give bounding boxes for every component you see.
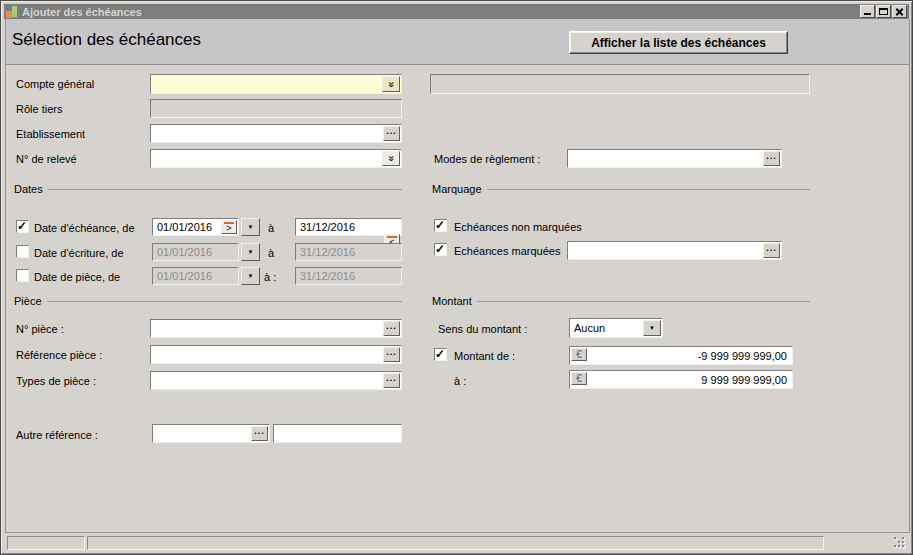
modes-reglement-browse-button[interactable]: ... bbox=[763, 151, 780, 166]
dropdown-icon: ▼ bbox=[248, 224, 254, 230]
date-piece-to-input bbox=[295, 267, 402, 285]
echeances-marquees-input[interactable] bbox=[567, 241, 782, 260]
types-piece-label: Types de pièce : bbox=[16, 375, 96, 387]
montant-group-label: Montant bbox=[432, 295, 472, 307]
status-cell-left bbox=[7, 536, 85, 550]
autre-reference-browse-button[interactable]: ... bbox=[251, 426, 268, 441]
role-tiers-input bbox=[150, 99, 402, 118]
date-ecriture-to-label: à bbox=[268, 247, 274, 259]
echeances-non-marquees-checkbox[interactable]: ✓ bbox=[434, 219, 447, 232]
etablissement-input[interactable] bbox=[150, 124, 402, 143]
sens-montant-label: Sens du montant : bbox=[438, 323, 527, 335]
montant-de-checkbox[interactable]: ✓ bbox=[434, 348, 447, 361]
reference-piece-label: Référence pièce : bbox=[16, 349, 102, 361]
date-ecriture-checkbox[interactable] bbox=[16, 245, 29, 258]
num-releve-dropdown-button[interactable]: » bbox=[382, 151, 400, 166]
num-piece-label: N° pièce : bbox=[16, 323, 64, 335]
modes-reglement-input[interactable] bbox=[567, 149, 782, 168]
double-chevron-down-icon: » bbox=[386, 81, 397, 87]
echeances-marquees-browse-button[interactable]: ... bbox=[763, 243, 780, 258]
date-echeance-from-dropdown[interactable]: ▼ bbox=[241, 218, 260, 236]
date-piece-to-label: à : bbox=[264, 271, 276, 283]
date-ecriture-to-input bbox=[295, 243, 402, 261]
marquage-group-header: Marquage bbox=[432, 183, 810, 195]
types-piece-input[interactable] bbox=[150, 371, 402, 390]
autre-reference-input-2[interactable] bbox=[273, 424, 402, 443]
piece-group-label: Pièce bbox=[14, 295, 42, 307]
role-tiers-label: Rôle tiers bbox=[16, 103, 62, 115]
date-echeance-label: Date d'échéance, de bbox=[34, 222, 135, 234]
check-icon: ✓ bbox=[435, 347, 445, 361]
dates-group-label: Dates bbox=[14, 183, 43, 195]
browse-icon: ... bbox=[386, 348, 397, 357]
date-echeance-checkbox[interactable]: ✓ bbox=[16, 220, 29, 233]
status-cell-main bbox=[87, 536, 824, 550]
etablissement-browse-button[interactable]: ... bbox=[383, 126, 400, 141]
compte-general-label: Compte général bbox=[16, 78, 94, 90]
group-rule bbox=[48, 189, 402, 190]
num-piece-browse-button[interactable]: ... bbox=[383, 321, 400, 336]
currency-euro-button[interactable]: € bbox=[571, 348, 587, 361]
dropdown-icon: ▼ bbox=[248, 273, 254, 279]
piece-group-header: Pièce bbox=[14, 295, 402, 307]
minimize-button[interactable] bbox=[860, 5, 875, 18]
num-piece-input[interactable] bbox=[150, 319, 402, 338]
date-echeance-to-label: à bbox=[268, 222, 274, 234]
num-releve-label: N° de relevé bbox=[16, 153, 77, 165]
montant-de-input[interactable] bbox=[569, 346, 793, 365]
autre-reference-label: Autre référence : bbox=[16, 429, 98, 441]
browse-icon: ... bbox=[386, 322, 397, 331]
date-piece-from-dropdown[interactable]: ▼ bbox=[241, 267, 260, 285]
sens-montant-dropdown-button[interactable]: ▼ bbox=[643, 320, 661, 336]
dropdown-icon: ▼ bbox=[248, 249, 254, 255]
date-piece-checkbox[interactable] bbox=[16, 269, 29, 282]
browse-icon: ... bbox=[386, 374, 397, 383]
browse-icon: ... bbox=[766, 152, 777, 161]
date-ecriture-from-dropdown[interactable]: ▼ bbox=[241, 243, 260, 261]
client-area: Sélection des échéances Afficher la list… bbox=[5, 19, 910, 533]
echeances-marquees-checkbox[interactable]: ✓ bbox=[434, 243, 447, 256]
group-rule bbox=[477, 301, 810, 302]
resize-grip[interactable] bbox=[894, 537, 907, 550]
close-button[interactable] bbox=[892, 5, 907, 18]
browse-icon: ... bbox=[386, 127, 397, 136]
sens-montant-select[interactable]: Aucun ▼ bbox=[569, 318, 663, 338]
date-piece-label: Date de pièce, de bbox=[34, 271, 120, 283]
marquage-group-label: Marquage bbox=[432, 183, 482, 195]
dropdown-icon: ▼ bbox=[649, 325, 655, 331]
modes-reglement-label: Modes de règlement : bbox=[434, 153, 540, 165]
group-rule bbox=[487, 189, 810, 190]
montant-a-input[interactable] bbox=[569, 370, 793, 389]
reference-piece-browse-button[interactable]: ... bbox=[383, 347, 400, 362]
next-icon: > bbox=[226, 224, 231, 233]
montant-group-header: Montant bbox=[432, 295, 810, 307]
check-icon: ✓ bbox=[435, 218, 445, 232]
dates-group-header: Dates bbox=[14, 183, 402, 195]
maximize-icon bbox=[879, 8, 888, 15]
double-chevron-down-icon: » bbox=[386, 155, 397, 161]
date-ecriture-from-input bbox=[152, 243, 239, 261]
group-rule bbox=[47, 301, 402, 302]
compte-general-dropdown-button[interactable]: » bbox=[382, 76, 400, 92]
date-ecriture-label: Date d'écriture, de bbox=[34, 247, 124, 259]
date-piece-from-input bbox=[152, 267, 239, 285]
browse-icon: ... bbox=[766, 244, 777, 253]
types-piece-browse-button[interactable]: ... bbox=[383, 373, 400, 388]
status-bar bbox=[5, 534, 908, 551]
window-controls bbox=[860, 5, 907, 18]
num-releve-input[interactable] bbox=[150, 149, 402, 168]
compte-general-info-field bbox=[430, 74, 810, 94]
currency-euro-button[interactable]: € bbox=[571, 372, 587, 385]
compte-general-input[interactable] bbox=[150, 74, 402, 94]
date-next-button[interactable]: > bbox=[221, 220, 237, 234]
show-list-button[interactable]: Afficher la liste des échéances bbox=[569, 31, 788, 54]
title-bar[interactable]: Ajouter des échéances bbox=[4, 4, 909, 19]
check-icon: ✓ bbox=[435, 242, 445, 256]
echeances-non-marquees-label: Echéances non marquées bbox=[454, 221, 582, 233]
maximize-button[interactable] bbox=[876, 5, 891, 18]
reference-piece-input[interactable] bbox=[150, 345, 402, 364]
euro-icon: € bbox=[576, 374, 582, 384]
dialog-window: Ajouter des échéances Sélection des éché… bbox=[0, 0, 913, 555]
header: Sélection des échéances Afficher la list… bbox=[6, 19, 909, 65]
minimize-icon bbox=[864, 13, 871, 15]
